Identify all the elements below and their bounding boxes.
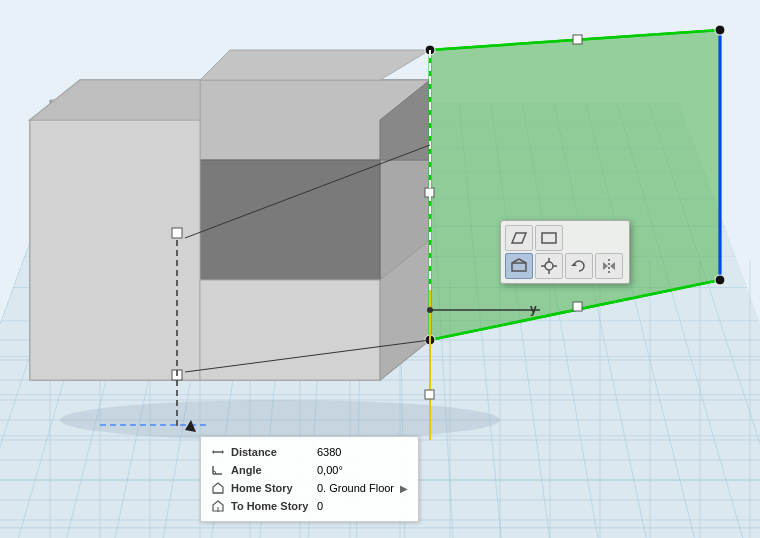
toolbar-row-2 [505,253,623,279]
svg-marker-42 [213,483,223,493]
mid-handle-bottom[interactable] [573,302,582,311]
info-row-to-home-story: To Home Story 0 [211,497,408,515]
svg-marker-25 [512,233,526,243]
selected-wall-panel[interactable] [430,30,720,340]
svg-marker-37 [603,262,608,270]
home-story-label: Home Story [231,482,311,494]
svg-marker-40 [212,450,214,454]
axis-origin [427,307,433,313]
svg-rect-26 [542,233,556,243]
info-panel: Distance 6380 Angle 0,00° Home Story 0. … [200,436,419,522]
svg-point-30 [545,262,553,270]
angle-value: 0,00° [317,464,343,476]
handle-building-mid[interactable] [172,228,182,238]
angle-label: Angle [231,464,311,476]
home-story-icon [211,481,225,495]
3d-scene: y [0,0,760,538]
handle-axis-bottom[interactable] [425,390,434,399]
mid-handle-top[interactable] [573,35,582,44]
distance-value: 6380 [317,446,341,458]
to-home-story-value: 0 [317,500,323,512]
svg-marker-35 [571,263,577,266]
toolbar-btn-move[interactable] [535,253,563,279]
toolbar-btn-parallelogram[interactable] [505,225,533,251]
y-axis-label: y [530,302,537,316]
toolbar-btn-mirror[interactable] [595,253,623,279]
to-home-story-label: To Home Story [231,500,311,512]
svg-marker-41 [222,450,224,454]
to-home-story-icon [211,499,225,513]
angle-icon [211,463,225,477]
info-row-home-story[interactable]: Home Story 0. Ground Floor ▶ [211,479,408,497]
distance-label: Distance [231,446,311,458]
svg-marker-38 [610,262,615,270]
svg-rect-27 [512,263,526,271]
top-main [30,80,200,120]
toolbar-btn-floor[interactable] [505,253,533,279]
toolbar-btn-rectangle[interactable] [535,225,563,251]
info-row-angle: Angle 0,00° [211,461,408,479]
front-left-section [30,120,200,380]
distance-icon [211,445,225,459]
toolbar-row-1 [505,225,563,251]
building-shadow [60,400,500,440]
top-right-section [200,50,430,80]
corner-handle-br[interactable] [715,275,725,285]
info-row-distance: Distance 6380 [211,443,408,461]
home-story-value: 0. Ground Floor [317,482,394,494]
toolbar-popup[interactable] [500,220,630,284]
front-bottom-section [200,280,380,380]
corner-handle-tr[interactable] [715,25,725,35]
home-story-arrow[interactable]: ▶ [400,483,408,494]
toolbar-btn-rotate[interactable] [565,253,593,279]
